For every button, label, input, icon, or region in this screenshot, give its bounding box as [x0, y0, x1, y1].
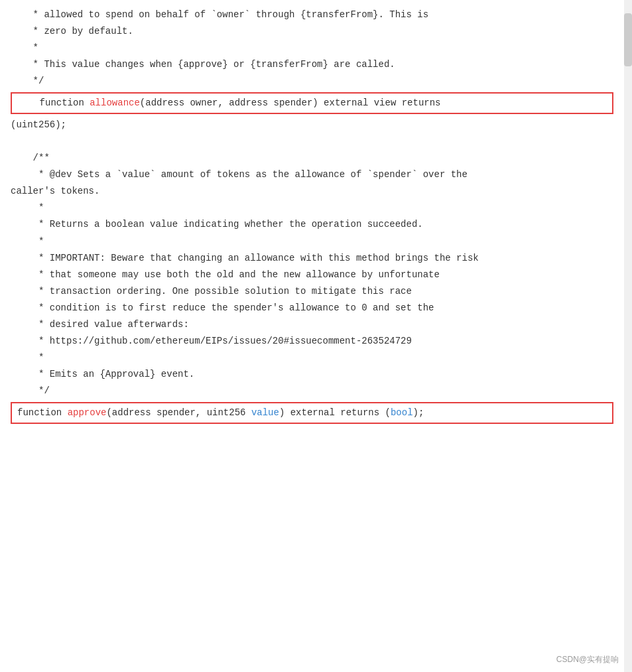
watermark: CSDN@实有提响 [556, 654, 619, 665]
highlight-box-1: function allowance(address owner, addres… [11, 92, 613, 113]
comment-transaction-line: * transaction ordering. One possible sol… [0, 283, 632, 300]
param-value: value [251, 407, 279, 418]
comment-star-2: * [0, 234, 632, 250]
code-line-3: * [0, 40, 632, 56]
code-line-1: * allowed to spend on behalf of `owner` … [0, 7, 632, 23]
comment-emits-line: * Emits an {Approval} event. [0, 366, 632, 383]
code-line-4: * This value changes when {approve} or {… [0, 56, 632, 73]
function-approve-line: function approve(address spender, uint25… [17, 407, 424, 418]
comment-caller-line: caller's tokens. [0, 183, 632, 200]
code-line-5: */ [0, 73, 632, 90]
comment-desired-line: * desired value afterwards: [0, 316, 632, 333]
comment-star-1: * [0, 200, 632, 216]
comment-condition-line: * condition is to first reduce the spend… [0, 300, 632, 316]
return-bool: bool [391, 407, 413, 418]
code-line-2: * zero by default. [0, 23, 632, 40]
comment-returns-line: * Returns a boolean value indicating whe… [0, 216, 632, 233]
comment-star-3: * [0, 350, 632, 366]
highlight-box-2: function approve(address spender, uint25… [11, 402, 613, 423]
code-blank-1 [0, 133, 632, 150]
code-container: * allowed to spend on behalf of `owner` … [0, 0, 632, 433]
scrollbar-thumb[interactable] [624, 13, 632, 66]
comment-dev-line: * @dev Sets a `value` amount of tokens a… [0, 167, 632, 183]
code-line-uint256: (uint256); [0, 117, 632, 133]
comment-url-line: * https://github.com/ethereum/EIPs/issue… [0, 333, 632, 350]
comment-jsdoc-start: /** [0, 150, 632, 167]
scrollbar[interactable] [624, 0, 632, 672]
comment-someone-line: * that someone may use both the old and … [0, 267, 632, 283]
comment-end: */ [0, 383, 632, 399]
comment-important-line: * IMPORTANT: Beware that changing an all… [0, 250, 632, 267]
function-name-approve: approve [68, 407, 107, 418]
function-allowance-line: function allowance(address owner, addres… [17, 98, 441, 108]
function-name-allowance: allowance [90, 98, 140, 108]
